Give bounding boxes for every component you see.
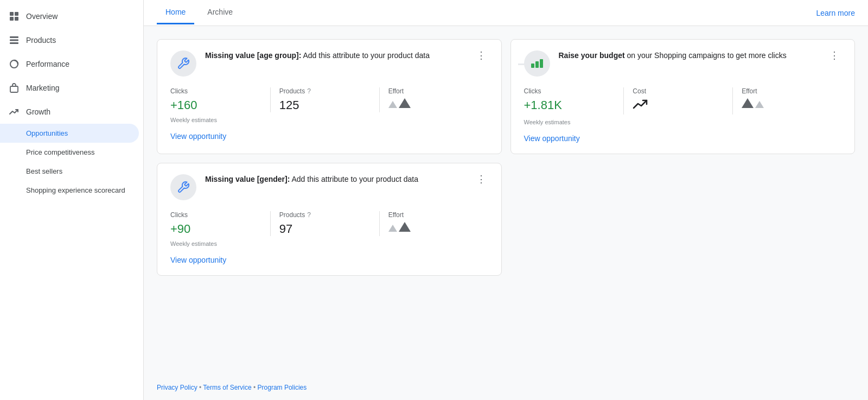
metric-value-effort-3: [388, 222, 488, 232]
sidebar-item-growth[interactable]: Growth: [0, 100, 139, 124]
svg-rect-8: [10, 86, 18, 92]
sidebar-label-products: Products: [26, 36, 56, 45]
effort-triangle-small-grey-3: [388, 225, 397, 232]
learn-more-link[interactable]: Learn more: [816, 9, 855, 17]
metric-clicks-1: Clicks +160: [170, 87, 270, 112]
card-menu-3[interactable]: ⋮: [474, 174, 488, 184]
metric-value-effort-2: [742, 98, 841, 108]
sidebar-item-shopping-experience[interactable]: Shopping experience scorecard: [0, 181, 139, 200]
effort-triangle-small-grey-2: [755, 101, 764, 108]
svg-rect-0: [10, 12, 14, 16]
metric-label-effort-3: Effort: [388, 211, 488, 219]
card-raise-budget: Raise your budget on your Shopping campa…: [510, 39, 856, 154]
card-header-1: Missing value [age group]: Add this attr…: [170, 50, 488, 77]
metric-products-3: Products ? 97: [270, 211, 379, 236]
metric-clicks-3: Clicks +90: [170, 211, 270, 236]
circle-icon: [9, 59, 20, 69]
view-opportunity-3[interactable]: View opportunity: [170, 256, 226, 264]
svg-rect-3: [15, 17, 18, 21]
card-menu-2[interactable]: ⋮: [827, 50, 841, 60]
metric-value-cost-2: [633, 98, 732, 115]
weekly-estimates-3: Weekly estimates: [170, 240, 488, 247]
metric-value-clicks-3: +90: [170, 222, 270, 236]
svg-rect-10: [518, 64, 531, 65]
sidebar-label-opportunities: Opportunities: [26, 129, 68, 137]
content-area: Missing value [age group]: Add this attr…: [144, 26, 868, 375]
card-metrics-3: Clicks +90 Products ? 97 Effort: [170, 211, 488, 236]
sidebar-item-products[interactable]: Products: [0, 28, 139, 52]
view-opportunity-1[interactable]: View opportunity: [170, 132, 226, 141]
help-icon-products-1[interactable]: ?: [307, 87, 311, 95]
card-menu-1[interactable]: ⋮: [474, 50, 488, 60]
card-title-2: Raise your budget on your Shopping campa…: [559, 50, 828, 61]
metric-effort-2: Effort: [732, 87, 841, 115]
metric-products-1: Products ? 125: [270, 87, 379, 112]
svg-rect-5: [10, 40, 18, 41]
effort-icons-2: [742, 98, 841, 108]
metric-value-effort-1: [388, 98, 488, 108]
weekly-estimates-2: Weekly estimates: [524, 119, 842, 125]
card-metrics-2: Clicks +1.81K Cost: [524, 87, 842, 115]
card-metrics-1: Clicks +160 Products ? 125 Effort: [170, 87, 488, 112]
svg-rect-6: [10, 42, 18, 44]
tab-archive[interactable]: Archive: [199, 1, 241, 24]
sidebar-label-shopping-experience: Shopping experience scorecard: [26, 186, 125, 194]
sidebar-label-performance: Performance: [26, 60, 69, 68]
sidebar-item-performance[interactable]: Performance: [0, 52, 139, 76]
effort-triangle-large-dark-2: [742, 98, 754, 108]
metric-value-clicks-1: +160: [170, 98, 270, 112]
metric-value-products-1: 125: [279, 98, 379, 112]
metric-label-products-3: Products ?: [279, 211, 379, 219]
cards-grid: Missing value [age group]: Add this attr…: [157, 39, 855, 276]
metric-label-products-1: Products ?: [279, 87, 379, 95]
wrench-icon-1: [170, 50, 196, 77]
sidebar-item-price-competitiveness[interactable]: Price competitiveness: [0, 143, 139, 162]
budget-icon-2: [524, 50, 550, 77]
sidebar-label-marketing: Marketing: [26, 84, 59, 92]
metric-label-clicks-1: Clicks: [170, 87, 270, 95]
card-title-3: Missing value [gender]: Add this attribu…: [205, 174, 474, 185]
metric-label-cost-2: Cost: [633, 87, 732, 95]
trending-icon: [9, 106, 20, 117]
sidebar-item-overview[interactable]: Overview: [0, 4, 139, 28]
tab-home[interactable]: Home: [157, 1, 194, 24]
sidebar-label-best-sellers: Best sellers: [26, 167, 62, 175]
weekly-estimates-1: Weekly estimates: [170, 117, 488, 123]
list-icon: [9, 35, 20, 46]
terms-of-service-link[interactable]: Terms of Service: [203, 384, 251, 391]
grid-icon: [9, 11, 20, 22]
metric-value-clicks-2: +1.81K: [524, 98, 624, 112]
metric-label-effort-2: Effort: [742, 87, 841, 95]
sidebar-label-growth: Growth: [26, 107, 50, 116]
view-opportunity-2[interactable]: View opportunity: [524, 134, 580, 143]
footer: Privacy Policy • Terms of Service • Prog…: [144, 375, 868, 400]
svg-rect-1: [15, 12, 18, 16]
program-policies-link[interactable]: Program Policies: [258, 384, 307, 391]
card-title-1: Missing value [age group]: Add this attr…: [205, 50, 474, 61]
card-header-3: Missing value [gender]: Add this attribu…: [170, 174, 488, 200]
card-age-group: Missing value [age group]: Add this attr…: [157, 39, 502, 154]
effort-triangle-large-dark-1: [399, 98, 411, 108]
effort-triangle-small-grey-1: [388, 101, 397, 108]
metric-clicks-2: Clicks +1.81K: [524, 87, 624, 115]
metric-label-clicks-2: Clicks: [524, 87, 624, 95]
metric-effort-1: Effort: [379, 87, 488, 112]
sidebar: Overview Products Performance Ma: [0, 0, 144, 400]
svg-rect-2: [10, 17, 14, 21]
card-header-2: Raise your budget on your Shopping campa…: [524, 50, 842, 77]
sidebar-item-best-sellers[interactable]: Best sellers: [0, 162, 139, 181]
card-gender: Missing value [gender]: Add this attribu…: [157, 163, 502, 276]
help-icon-products-3[interactable]: ?: [307, 211, 311, 219]
bag-icon: [9, 82, 20, 93]
effort-triangle-large-dark-3: [399, 222, 411, 232]
sidebar-item-opportunities[interactable]: Opportunities: [0, 124, 139, 143]
main-content: Home Archive Learn more Missing value [a…: [144, 0, 868, 400]
svg-rect-4: [10, 36, 18, 38]
metric-cost-2: Cost: [623, 87, 732, 115]
privacy-policy-link[interactable]: Privacy Policy: [157, 384, 197, 391]
metric-label-effort-1: Effort: [388, 87, 488, 95]
trend-up-icon: [633, 98, 648, 111]
metric-label-clicks-3: Clicks: [170, 211, 270, 219]
sidebar-label-price-competitiveness: Price competitiveness: [26, 148, 94, 156]
sidebar-item-marketing[interactable]: Marketing: [0, 76, 139, 100]
